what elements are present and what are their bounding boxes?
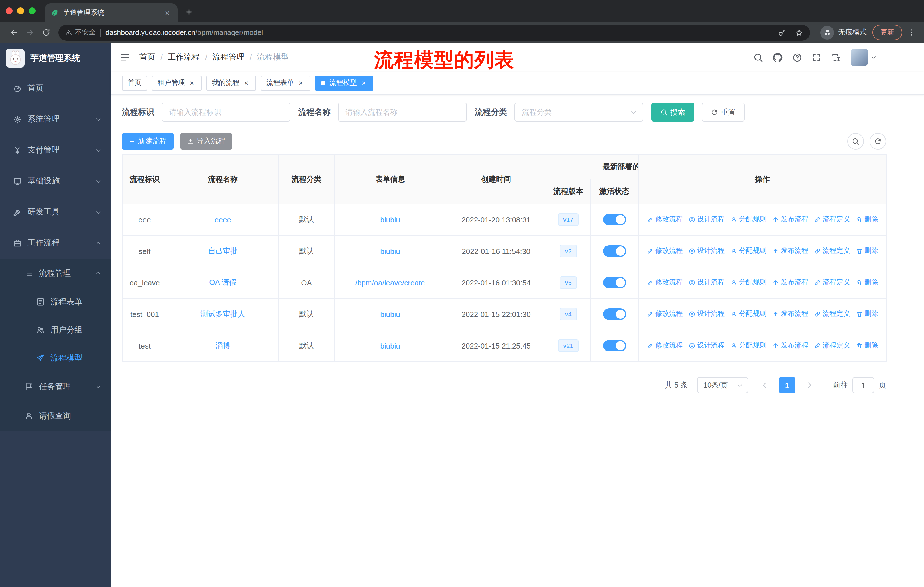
filter-key-input[interactable] (162, 103, 290, 122)
close-window-button[interactable] (6, 7, 13, 14)
search-button[interactable]: 搜索 (651, 103, 694, 122)
action-publish-process[interactable]: 发布流程 (772, 341, 808, 351)
browser-tab[interactable]: 芋道管理系统 × (45, 3, 178, 22)
active-toggle[interactable] (603, 340, 626, 351)
process-name-link[interactable]: 自己审批 (208, 246, 238, 255)
prev-page-button[interactable] (756, 377, 773, 393)
sidebar-item-dev-tools[interactable]: 研发工具 (0, 197, 111, 228)
active-toggle[interactable] (603, 308, 626, 320)
action-design-process[interactable]: 设计流程 (688, 278, 724, 288)
tag-close-icon[interactable]: × (242, 79, 250, 87)
new-tab-button[interactable] (181, 4, 197, 20)
form-info-link[interactable]: biubiu (380, 310, 400, 318)
help-icon[interactable] (792, 53, 802, 62)
logo[interactable]: 芋道管理系统 (0, 43, 111, 73)
form-info-link[interactable]: biubiu (380, 341, 400, 350)
version-tag[interactable]: v4 (560, 308, 577, 321)
form-info-link[interactable]: /bpm/oa/leave/create (355, 278, 425, 287)
tag-home[interactable]: 首页 (122, 75, 147, 90)
action-process-definition[interactable]: 流程定义 (814, 215, 850, 225)
action-design-process[interactable]: 设计流程 (688, 215, 724, 225)
version-tag[interactable]: v5 (560, 276, 577, 289)
page-size-select[interactable]: 10条/页 (697, 377, 748, 393)
sidebar-item-user-group[interactable]: 用户分组 (0, 316, 111, 344)
browser-update-button[interactable]: 更新 (873, 25, 902, 40)
browser-menu-icon[interactable] (904, 24, 918, 40)
action-edit-process[interactable]: 修改流程 (647, 278, 683, 288)
tag-close-icon[interactable]: × (297, 79, 305, 87)
import-process-button[interactable]: 导入流程 (180, 133, 232, 150)
action-process-definition[interactable]: 流程定义 (814, 278, 850, 288)
action-delete[interactable]: 删除 (856, 215, 878, 225)
action-assign-rule[interactable]: 分配规则 (730, 341, 766, 351)
search-icon[interactable] (753, 53, 763, 62)
tag-process-form[interactable]: 流程表单× (261, 75, 310, 90)
action-publish-process[interactable]: 发布流程 (772, 278, 808, 288)
tag-tenant-management[interactable]: 租户管理× (152, 75, 201, 90)
version-tag[interactable]: v21 (558, 339, 579, 352)
action-process-definition[interactable]: 流程定义 (814, 341, 850, 351)
reload-button[interactable] (38, 24, 54, 40)
tab-close-icon[interactable]: × (163, 8, 172, 17)
hamburger-icon[interactable] (120, 52, 130, 63)
action-delete[interactable]: 删除 (856, 246, 878, 256)
version-tag[interactable]: v17 (558, 213, 579, 226)
action-design-process[interactable]: 设计流程 (688, 309, 724, 319)
sidebar-item-process-management[interactable]: 流程管理 (0, 258, 111, 288)
action-edit-process[interactable]: 修改流程 (647, 246, 683, 256)
create-process-button[interactable]: 新建流程 (122, 133, 173, 150)
action-process-definition[interactable]: 流程定义 (814, 309, 850, 319)
action-delete[interactable]: 删除 (856, 341, 878, 351)
process-name-link[interactable]: eeee (214, 215, 231, 224)
github-icon[interactable] (773, 53, 782, 62)
security-chip[interactable]: 不安全 (65, 28, 96, 37)
breadcrumb-item[interactable]: 工作流程 (168, 52, 200, 63)
forward-button[interactable] (22, 24, 38, 40)
user-menu[interactable] (851, 49, 876, 66)
action-delete[interactable]: 删除 (856, 309, 878, 319)
action-publish-process[interactable]: 发布流程 (772, 246, 808, 256)
action-edit-process[interactable]: 修改流程 (647, 215, 683, 225)
process-name-link[interactable]: 滔博 (215, 341, 230, 350)
form-info-link[interactable]: biubiu (380, 247, 400, 255)
action-publish-process[interactable]: 发布流程 (772, 215, 808, 225)
filter-name-input[interactable] (338, 103, 467, 122)
action-publish-process[interactable]: 发布流程 (772, 309, 808, 319)
toggle-search-button[interactable] (847, 133, 864, 150)
filter-category-select[interactable]: 流程分类 (515, 103, 643, 122)
password-key-icon[interactable] (778, 28, 786, 36)
sidebar-item-system-management[interactable]: 系统管理 (0, 104, 111, 135)
sidebar-item-process-form[interactable]: 流程表单 (0, 288, 111, 316)
action-assign-rule[interactable]: 分配规则 (730, 246, 766, 256)
action-design-process[interactable]: 设计流程 (688, 246, 724, 256)
refresh-table-button[interactable] (870, 133, 886, 150)
process-name-link[interactable]: 测试多审批人 (201, 309, 245, 318)
goto-page-input[interactable] (852, 377, 874, 393)
form-info-link[interactable]: biubiu (380, 215, 400, 224)
reset-button[interactable]: 重置 (702, 103, 745, 122)
action-design-process[interactable]: 设计流程 (688, 341, 724, 351)
action-assign-rule[interactable]: 分配规则 (730, 309, 766, 319)
sidebar-item-leave-query[interactable]: 请假查询 (0, 401, 111, 430)
action-process-definition[interactable]: 流程定义 (814, 246, 850, 256)
version-tag[interactable]: v2 (560, 245, 577, 258)
page-number-1[interactable]: 1 (779, 377, 795, 393)
process-name-link[interactable]: OA 请假 (209, 278, 236, 287)
sidebar-item-payment-management[interactable]: 支付管理 (0, 135, 111, 166)
sidebar-item-process-model[interactable]: 流程模型 (0, 344, 111, 372)
minimize-window-button[interactable] (17, 7, 24, 14)
tag-close-icon[interactable]: × (360, 79, 368, 87)
active-toggle[interactable] (603, 214, 626, 225)
tag-process-model[interactable]: 流程模型× (315, 75, 373, 90)
active-toggle[interactable] (603, 277, 626, 288)
tag-close-icon[interactable]: × (188, 79, 196, 87)
fullscreen-icon[interactable] (812, 53, 822, 62)
action-assign-rule[interactable]: 分配规则 (730, 278, 766, 288)
sidebar-item-infrastructure[interactable]: 基础设施 (0, 166, 111, 197)
sidebar-item-task-management[interactable]: 任务管理 (0, 372, 111, 401)
breadcrumb-item[interactable]: 首页 (139, 52, 155, 63)
back-button[interactable] (6, 24, 22, 40)
sidebar-item-home[interactable]: 首页 (0, 73, 111, 104)
zoom-window-button[interactable] (29, 7, 36, 14)
tag-my-process[interactable]: 我的流程× (206, 75, 256, 90)
